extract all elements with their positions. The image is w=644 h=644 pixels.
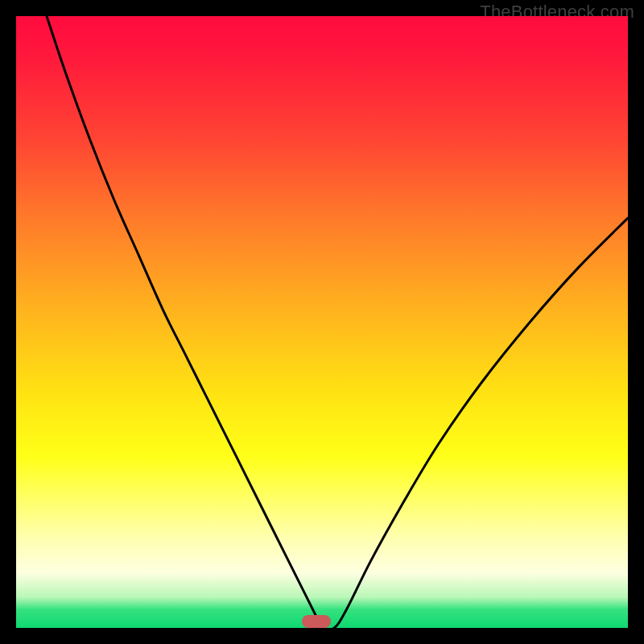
bottleneck-curve <box>16 16 628 628</box>
optimal-marker <box>302 615 331 628</box>
plot-area <box>16 16 628 628</box>
chart-frame: TheBottleneck.com <box>0 0 644 644</box>
